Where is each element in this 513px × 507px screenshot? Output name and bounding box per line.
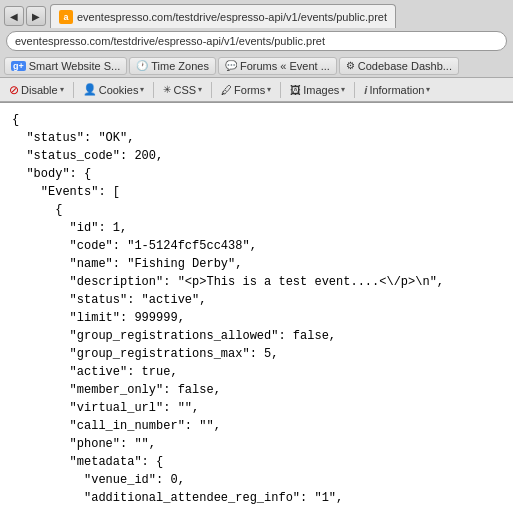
css-label: CSS	[173, 84, 196, 96]
tab-bar: ◀ ▶ a eventespresso.com/testdrive/espres…	[0, 0, 513, 28]
forward-button[interactable]: ▶	[26, 6, 46, 26]
bookmark-label: Forums « Event ...	[240, 60, 330, 72]
information-button[interactable]: i Information ▾	[359, 83, 435, 97]
gear-icon: ⚙	[346, 60, 355, 71]
json-response: { "status": "OK", "status_code": 200, "b…	[12, 111, 501, 507]
disable-label: Disable	[21, 84, 58, 96]
information-icon: i	[364, 84, 367, 96]
bookmark-time-zones[interactable]: 🕐 Time Zones	[129, 57, 216, 75]
bookmark-label: Codebase Dashb...	[358, 60, 452, 72]
separator-2	[153, 82, 154, 98]
chat-icon: 💬	[225, 60, 237, 71]
images-button[interactable]: 🖼 Images ▾	[285, 83, 350, 97]
css-button[interactable]: ✳ CSS ▾	[158, 83, 207, 97]
information-label: Information	[369, 84, 424, 96]
address-text: eventespresso.com/testdrive/espresso-api…	[15, 35, 325, 47]
bookmark-smart-website[interactable]: g+ Smart Website S...	[4, 57, 127, 75]
cookies-button[interactable]: 👤 Cookies ▾	[78, 82, 150, 97]
clock-icon: 🕐	[136, 60, 148, 71]
content-area: { "status": "OK", "status_code": 200, "b…	[0, 103, 513, 507]
tab-label: eventespresso.com/testdrive/espresso-api…	[77, 11, 387, 23]
forms-icon: 🖊	[221, 84, 232, 96]
bookmark-label: Smart Website S...	[29, 60, 121, 72]
forms-label: Forms	[234, 84, 265, 96]
bookmark-forums[interactable]: 💬 Forums « Event ...	[218, 57, 337, 75]
dev-toolbar: ⊘ Disable ▾ 👤 Cookies ▾ ✳ CSS ▾ 🖊 Forms …	[0, 78, 513, 102]
separator-1	[73, 82, 74, 98]
bookmarks-bar: g+ Smart Website S... 🕐 Time Zones 💬 For…	[0, 54, 513, 78]
images-label: Images	[303, 84, 339, 96]
separator-4	[280, 82, 281, 98]
images-dropdown-arrow: ▾	[341, 85, 345, 94]
forms-dropdown-arrow: ▾	[267, 85, 271, 94]
back-button[interactable]: ◀	[4, 6, 24, 26]
tab-favicon-icon: a	[59, 10, 73, 24]
images-icon: 🖼	[290, 84, 301, 96]
active-tab[interactable]: a eventespresso.com/testdrive/espresso-a…	[50, 4, 396, 28]
cookies-dropdown-arrow: ▾	[140, 85, 144, 94]
google-plus-icon: g+	[11, 61, 26, 71]
separator-3	[211, 82, 212, 98]
css-icon: ✳	[163, 84, 171, 95]
address-bar[interactable]: eventespresso.com/testdrive/espresso-api…	[6, 31, 507, 51]
disable-icon: ⊘	[9, 83, 19, 97]
css-dropdown-arrow: ▾	[198, 85, 202, 94]
address-bar-row: eventespresso.com/testdrive/espresso-api…	[0, 28, 513, 54]
cookies-label: Cookies	[99, 84, 139, 96]
separator-5	[354, 82, 355, 98]
bookmark-label: Time Zones	[151, 60, 209, 72]
disable-button[interactable]: ⊘ Disable ▾	[4, 82, 69, 98]
disable-dropdown-arrow: ▾	[60, 85, 64, 94]
cookies-icon: 👤	[83, 83, 97, 96]
nav-buttons: ◀ ▶	[4, 6, 46, 26]
information-dropdown-arrow: ▾	[426, 85, 430, 94]
bookmark-codebase[interactable]: ⚙ Codebase Dashb...	[339, 57, 459, 75]
forms-button[interactable]: 🖊 Forms ▾	[216, 83, 276, 97]
browser-chrome: ◀ ▶ a eventespresso.com/testdrive/espres…	[0, 0, 513, 103]
